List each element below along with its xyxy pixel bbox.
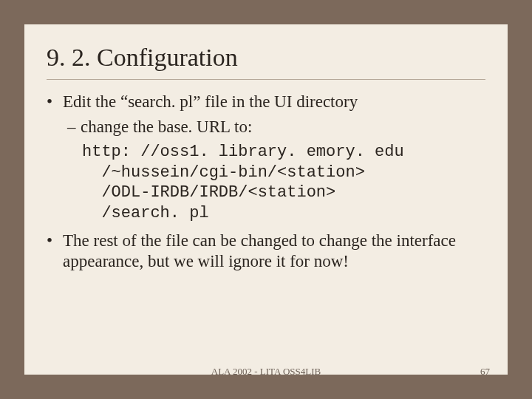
subbullet-1: – change the base. URL to: [67,117,485,137]
bullet-1: • Edit the “search. pl” file in the UI d… [47,92,485,112]
bullet-1-text: Edit the “search. pl” file in the UI dir… [63,92,485,112]
title-rule [47,79,485,80]
slide-panel: 9. 2. Configuration • Edit the “search. … [24,24,508,375]
bullet-2-text: The rest of the file can be changed to c… [63,231,485,272]
footer-text: ALA 2002 - LITA OSS4LIB [24,366,508,378]
slide-frame: 9. 2. Configuration • Edit the “search. … [0,0,532,399]
code-block: http: //oss1. library. emory. edu /~huss… [82,142,485,223]
bullet-2: • The rest of the file can be changed to… [47,231,485,272]
slide-body: • Edit the “search. pl” file in the UI d… [47,92,485,272]
page-number: 67 [480,366,490,378]
bullet-dot-icon: • [47,231,63,272]
dash-icon: – [67,117,81,137]
bullet-dot-icon: • [47,92,63,112]
subbullet-1-text: change the base. URL to: [81,117,485,137]
slide-title: 9. 2. Configuration [47,44,485,72]
